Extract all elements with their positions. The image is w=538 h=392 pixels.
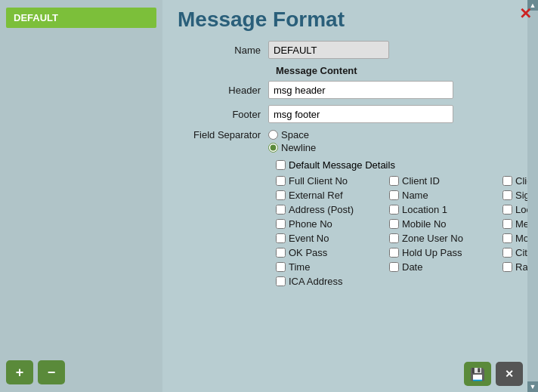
checkbox-date[interactable] — [389, 262, 399, 272]
name-input[interactable] — [268, 41, 389, 59]
header-label: Header — [178, 85, 268, 96]
name-row: Name — [178, 41, 523, 59]
checkbox-name[interactable] — [389, 190, 399, 200]
checkbox-label: Address (Post) — [289, 204, 354, 215]
radio-space-input[interactable] — [268, 130, 278, 140]
save-icon: 💾 — [470, 367, 485, 381]
list-item[interactable]: Address (Post) — [276, 204, 389, 215]
checkbox-label: Name — [402, 190, 428, 201]
checkbox-location-1[interactable] — [389, 205, 399, 215]
checkbox-client-area[interactable] — [502, 176, 512, 186]
list-item[interactable]: Date — [389, 261, 502, 273]
list-item[interactable]: External Ref — [276, 190, 389, 201]
add-icon: + — [16, 365, 24, 381]
radio-newline-input[interactable] — [268, 143, 278, 153]
checkbox-label: Full Client No — [289, 175, 348, 187]
radio-newline-label: Newline — [281, 142, 316, 153]
default-msg-row: Default Message Details — [276, 159, 523, 171]
bottom-bar: 💾 ✕ — [464, 362, 523, 386]
checkbox-label: Mobile No — [402, 218, 447, 230]
checkbox-module-no[interactable] — [502, 233, 512, 243]
checkbox-ica-address[interactable] — [276, 276, 286, 286]
save-button[interactable]: 💾 — [464, 362, 491, 386]
checkbox-phone-no[interactable] — [276, 219, 286, 229]
list-item[interactable]: Phone No — [276, 218, 389, 230]
checkbox-mobile-no[interactable] — [389, 219, 399, 229]
checkbox-hold-up-pass[interactable] — [389, 248, 399, 258]
radio-space-option[interactable]: Space — [268, 129, 316, 140]
checkbox-section: Default Message Details Full Client NoCl… — [276, 159, 523, 287]
footer-row: Footer — [178, 105, 523, 123]
list-item[interactable]: Location 1 — [389, 204, 502, 215]
scroll-down-arrow[interactable]: ▼ — [527, 381, 538, 392]
scrollbar: ▲ ▼ — [527, 0, 538, 392]
page-title: Message Format — [178, 8, 523, 32]
list-item[interactable]: ICA Address — [276, 276, 389, 287]
default-msg-checkbox[interactable] — [276, 160, 286, 170]
main-content: Message Format Name Message Content Head… — [162, 0, 538, 392]
sidebar-bottom-buttons: + − — [6, 360, 65, 384]
list-item[interactable]: Event No — [276, 233, 389, 244]
header-input[interactable] — [268, 81, 453, 99]
checkbox-label: OK Pass — [289, 247, 327, 258]
list-item[interactable]: Full Client No — [276, 175, 389, 187]
name-label: Name — [178, 45, 268, 56]
checkbox-raw-data[interactable] — [502, 262, 512, 272]
checkbox-event-no[interactable] — [276, 233, 286, 243]
list-item[interactable]: Hold Up Pass — [389, 247, 502, 258]
add-button[interactable]: + — [6, 360, 33, 384]
checkbox-client-id[interactable] — [389, 176, 399, 186]
sidebar: DEFAULT — [0, 0, 162, 392]
header-row: Header — [178, 81, 523, 99]
checkbox-label: External Ref — [289, 190, 343, 201]
checkbox-label: ICA Address — [289, 276, 343, 287]
checkbox-label: Event No — [289, 233, 329, 244]
dialog: ✕ DEFAULT Message Format Name Message Co… — [0, 0, 538, 392]
checkbox-address-(post)[interactable] — [276, 205, 286, 215]
list-item[interactable]: Time — [276, 261, 389, 273]
checkbox-zone-user-no[interactable] — [389, 233, 399, 243]
field-separator-row: Field Separator Space Newline — [178, 129, 523, 153]
checkbox-label: Zone User No — [402, 233, 463, 244]
checkbox-label: Location 1 — [402, 204, 447, 215]
radio-space-label: Space — [281, 129, 309, 140]
list-item[interactable]: OK Pass — [276, 247, 389, 258]
checkbox-ok-pass[interactable] — [276, 248, 286, 258]
remove-button[interactable]: − — [38, 360, 65, 384]
field-separator-label: Field Separator — [178, 129, 268, 140]
radio-newline-option[interactable]: Newline — [268, 142, 316, 153]
list-item[interactable]: Zone User No — [389, 233, 502, 244]
checkbox-external-ref[interactable] — [276, 190, 286, 200]
remove-icon: − — [48, 365, 56, 381]
footer-label: Footer — [178, 109, 268, 120]
checkbox-grid: Full Client NoClient IDClient AreaExtern… — [276, 175, 523, 287]
checkbox-label: Hold Up Pass — [402, 247, 462, 258]
checkbox-message-id[interactable] — [502, 219, 512, 229]
list-item[interactable]: Name — [389, 190, 502, 201]
checkbox-time[interactable] — [276, 262, 286, 272]
cancel-button[interactable]: ✕ — [496, 362, 523, 386]
checkbox-label: Date — [402, 261, 422, 273]
checkbox-signal-descrip[interactable] — [502, 190, 512, 200]
default-msg-label: Default Message Details — [289, 159, 395, 171]
radio-group-separator: Space Newline — [268, 129, 316, 153]
checkbox-label: Time — [289, 261, 310, 273]
checkbox-label: Phone No — [289, 218, 332, 230]
checkbox-city[interactable] — [502, 248, 512, 258]
checkbox-full-client-no[interactable] — [276, 176, 286, 186]
checkbox-location-2[interactable] — [502, 205, 512, 215]
sidebar-item-default[interactable]: DEFAULT — [6, 8, 156, 28]
list-item[interactable]: Client ID — [389, 175, 502, 187]
footer-input[interactable] — [268, 105, 453, 123]
list-item[interactable]: Mobile No — [389, 218, 502, 230]
cancel-icon: ✕ — [505, 368, 514, 380]
message-content-label: Message Content — [276, 65, 357, 76]
checkbox-label: Client ID — [402, 175, 440, 187]
close-button[interactable]: ✕ — [519, 6, 532, 21]
